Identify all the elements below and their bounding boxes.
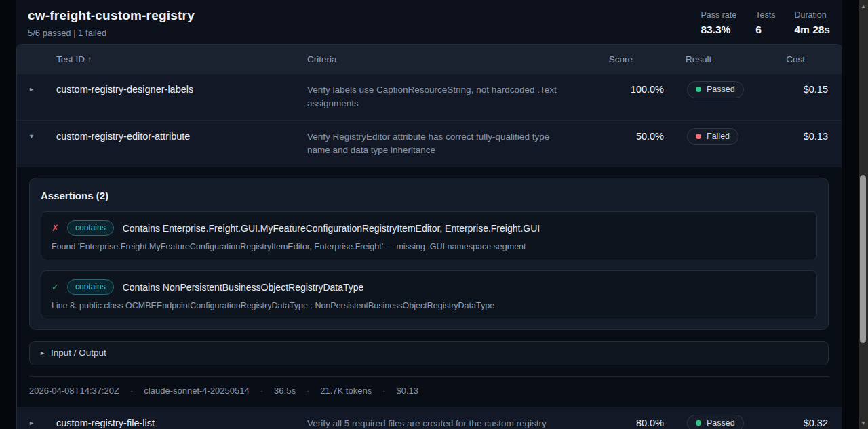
result-cell: Failed [664,128,755,145]
input-output-toggle[interactable]: ► Input / Output [29,341,829,365]
result-cell: Passed [664,415,755,429]
collapse-chevron-icon[interactable]: ▼ [17,131,56,140]
sort-ascending-icon[interactable]: ↑ [87,54,92,64]
assertion-item: ✓ contains Contains NonPersistentBusines… [41,270,817,319]
stat-value: 83.3% [701,24,736,36]
token-count: 21.7K tokens [320,386,372,396]
stat-tests: Tests 6 [755,10,775,36]
column-header-cost[interactable]: Cost [755,54,842,64]
dot-separator: · [382,386,385,396]
test-score: 80.0% [599,417,664,428]
stat-pass-rate: Pass rate 83.3% [701,10,736,36]
test-score: 100.0% [599,84,664,95]
stat-value: 4m 28s [794,24,830,36]
table-header-row: Test ID ↑ Criteria Score Result Cost [17,45,842,73]
pass-fail-summary: 5/6 passed | 1 failed [28,28,195,38]
scroll-down-icon[interactable]: ▼ [859,418,868,428]
test-cost: $0.15 [755,84,842,95]
assertion-head: ✓ contains Contains NonPersistentBusines… [52,279,806,295]
tests-table: Test ID ↑ Criteria Score Result Cost ► c… [16,44,842,429]
expand-chevron-icon[interactable]: ► [17,84,56,93]
run-metadata: 2026-04-08T14:37:20Z · claude-sonnet-4-2… [29,377,829,407]
stat-label: Duration [794,10,830,20]
stat-label: Pass rate [701,10,736,20]
column-label: Test ID [56,54,85,64]
status-label: Passed [707,418,735,428]
status-badge: Passed [687,415,744,429]
passed-dot-icon [696,420,701,426]
stat-value: 6 [755,24,775,36]
dot-separator: · [307,386,309,396]
result-cell: Passed [664,81,755,98]
expand-chevron-icon: ► [39,350,45,356]
passed-dot-icon [696,87,701,92]
status-badge: Passed [687,81,744,98]
run-header: cw-freight-custom-registry 5/6 passed | … [16,0,842,44]
table-row[interactable]: ► custom-registry-file-list Verify all 5… [17,407,842,429]
test-criteria: Verify all 5 required files are created … [307,417,599,429]
dot-separator: · [130,386,133,396]
expand-chevron-icon[interactable]: ► [17,417,56,426]
assertion-failed-icon: ✗ [52,223,58,233]
test-criteria: Verify RegistryEditor attribute has corr… [307,130,599,157]
assertions-title: Assertions (2) [41,190,817,201]
column-header-test-id[interactable]: Test ID ↑ [56,54,307,64]
expanded-test-detail: Assertions (2) ✗ contains Contains Enter… [17,167,842,407]
run-header-left: cw-freight-custom-registry 5/6 passed | … [28,8,195,38]
test-criteria: Verify labels use CaptionResourceString,… [307,83,599,110]
column-header-score[interactable]: Score [599,54,664,64]
test-score: 50.0% [599,131,664,142]
assertion-text: Contains NonPersistentBusinessObjectRegi… [123,282,364,293]
status-label: Passed [707,85,735,94]
test-cost: $0.13 [755,131,842,142]
scroll-up-icon[interactable]: ▲ [859,1,868,11]
main-panel: cw-freight-custom-registry 5/6 passed | … [16,0,842,429]
input-output-label: Input / Output [51,348,106,358]
vertical-scrollbar[interactable]: ▲ ▼ [859,0,868,429]
model-name: claude-sonnet-4-20250514 [144,386,249,396]
test-cost: $0.32 [755,417,842,428]
test-id: custom-registry-designer-labels [56,84,307,95]
column-header-result[interactable]: Result [664,54,755,64]
timestamp: 2026-04-08T14:37:20Z [29,386,119,396]
cost: $0.13 [396,386,418,396]
failed-dot-icon [696,134,701,139]
table-row[interactable]: ▼ custom-registry-editor-attribute Verif… [17,120,842,167]
assertion-text: Contains Enterprise.Freight.GUI.MyFeatur… [123,223,540,234]
stat-label: Tests [755,10,775,20]
assertion-type-chip: contains [67,279,114,295]
assertions-card: Assertions (2) ✗ contains Contains Enter… [29,178,829,330]
dot-separator: · [260,386,263,396]
scrollbar-thumb[interactable] [860,175,866,343]
assertion-note: Line 8: public class OCMBEEndpointConfig… [52,301,806,310]
page-title: cw-freight-custom-registry [28,8,195,23]
test-id: custom-registry-file-list [56,417,307,428]
column-header-criteria[interactable]: Criteria [307,54,599,64]
duration: 36.5s [274,386,296,396]
assertion-passed-icon: ✓ [52,282,58,292]
table-row[interactable]: ► custom-registry-designer-labels Verify… [17,73,842,120]
assertion-item: ✗ contains Contains Enterprise.Freight.G… [41,211,817,260]
stat-duration: Duration 4m 28s [794,10,830,36]
assertion-note: Found 'Enterprise.Freight.MyFeatureConfi… [52,242,806,251]
run-stats: Pass rate 83.3% Tests 6 Duration 4m 28s [701,8,830,36]
assertion-type-chip: contains [67,220,114,236]
status-label: Failed [707,131,730,141]
assertion-head: ✗ contains Contains Enterprise.Freight.G… [52,220,806,236]
test-id: custom-registry-editor-attribute [56,131,307,142]
status-badge: Failed [687,128,738,145]
